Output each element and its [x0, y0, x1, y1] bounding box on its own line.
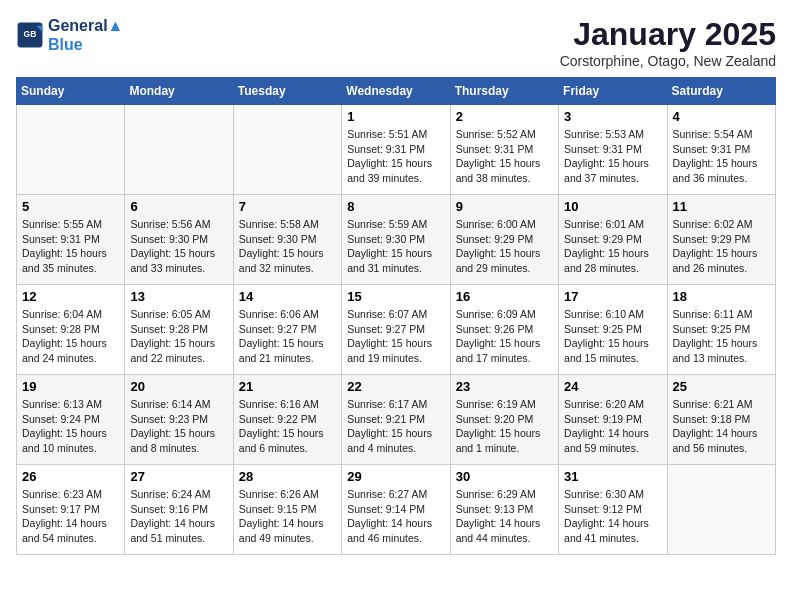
day-info: Sunrise: 6:04 AM Sunset: 9:28 PM Dayligh… [22, 307, 119, 366]
day-number: 17 [564, 289, 661, 304]
logo-icon: GB [16, 21, 44, 49]
day-info: Sunrise: 5:54 AM Sunset: 9:31 PM Dayligh… [673, 127, 770, 186]
day-number: 13 [130, 289, 227, 304]
day-info: Sunrise: 6:02 AM Sunset: 9:29 PM Dayligh… [673, 217, 770, 276]
day-cell-17: 17Sunrise: 6:10 AM Sunset: 9:25 PM Dayli… [559, 285, 667, 375]
day-info: Sunrise: 6:06 AM Sunset: 9:27 PM Dayligh… [239, 307, 336, 366]
day-number: 26 [22, 469, 119, 484]
day-info: Sunrise: 6:17 AM Sunset: 9:21 PM Dayligh… [347, 397, 444, 456]
day-cell-22: 22Sunrise: 6:17 AM Sunset: 9:21 PM Dayli… [342, 375, 450, 465]
day-info: Sunrise: 6:23 AM Sunset: 9:17 PM Dayligh… [22, 487, 119, 546]
day-number: 12 [22, 289, 119, 304]
day-info: Sunrise: 6:00 AM Sunset: 9:29 PM Dayligh… [456, 217, 553, 276]
day-number: 3 [564, 109, 661, 124]
day-info: Sunrise: 6:24 AM Sunset: 9:16 PM Dayligh… [130, 487, 227, 546]
day-info: Sunrise: 5:52 AM Sunset: 9:31 PM Dayligh… [456, 127, 553, 186]
day-cell-6: 6Sunrise: 5:56 AM Sunset: 9:30 PM Daylig… [125, 195, 233, 285]
day-cell-4: 4Sunrise: 5:54 AM Sunset: 9:31 PM Daylig… [667, 105, 775, 195]
day-number: 25 [673, 379, 770, 394]
day-info: Sunrise: 6:13 AM Sunset: 9:24 PM Dayligh… [22, 397, 119, 456]
svg-text:GB: GB [24, 29, 37, 39]
day-cell-10: 10Sunrise: 6:01 AM Sunset: 9:29 PM Dayli… [559, 195, 667, 285]
day-number: 23 [456, 379, 553, 394]
day-cell-31: 31Sunrise: 6:30 AM Sunset: 9:12 PM Dayli… [559, 465, 667, 555]
empty-cell [125, 105, 233, 195]
empty-cell [233, 105, 341, 195]
empty-cell [667, 465, 775, 555]
day-info: Sunrise: 5:56 AM Sunset: 9:30 PM Dayligh… [130, 217, 227, 276]
day-info: Sunrise: 6:16 AM Sunset: 9:22 PM Dayligh… [239, 397, 336, 456]
day-number: 11 [673, 199, 770, 214]
day-info: Sunrise: 5:53 AM Sunset: 9:31 PM Dayligh… [564, 127, 661, 186]
day-cell-11: 11Sunrise: 6:02 AM Sunset: 9:29 PM Dayli… [667, 195, 775, 285]
day-cell-25: 25Sunrise: 6:21 AM Sunset: 9:18 PM Dayli… [667, 375, 775, 465]
day-number: 19 [22, 379, 119, 394]
day-cell-28: 28Sunrise: 6:26 AM Sunset: 9:15 PM Dayli… [233, 465, 341, 555]
day-cell-30: 30Sunrise: 6:29 AM Sunset: 9:13 PM Dayli… [450, 465, 558, 555]
day-number: 6 [130, 199, 227, 214]
weekday-header-row: SundayMondayTuesdayWednesdayThursdayFrid… [17, 78, 776, 105]
day-number: 29 [347, 469, 444, 484]
logo: GB General▲ Blue [16, 16, 123, 54]
day-info: Sunrise: 6:05 AM Sunset: 9:28 PM Dayligh… [130, 307, 227, 366]
page-header: GB General▲ Blue January 2025 Corstorphi… [16, 16, 776, 69]
day-number: 1 [347, 109, 444, 124]
weekday-header-saturday: Saturday [667, 78, 775, 105]
week-row-5: 26Sunrise: 6:23 AM Sunset: 9:17 PM Dayli… [17, 465, 776, 555]
weekday-header-tuesday: Tuesday [233, 78, 341, 105]
day-info: Sunrise: 6:29 AM Sunset: 9:13 PM Dayligh… [456, 487, 553, 546]
logo-text: General▲ Blue [48, 16, 123, 54]
day-info: Sunrise: 6:14 AM Sunset: 9:23 PM Dayligh… [130, 397, 227, 456]
day-number: 10 [564, 199, 661, 214]
day-cell-3: 3Sunrise: 5:53 AM Sunset: 9:31 PM Daylig… [559, 105, 667, 195]
day-cell-9: 9Sunrise: 6:00 AM Sunset: 9:29 PM Daylig… [450, 195, 558, 285]
weekday-header-sunday: Sunday [17, 78, 125, 105]
day-cell-24: 24Sunrise: 6:20 AM Sunset: 9:19 PM Dayli… [559, 375, 667, 465]
day-number: 9 [456, 199, 553, 214]
weekday-header-monday: Monday [125, 78, 233, 105]
day-cell-16: 16Sunrise: 6:09 AM Sunset: 9:26 PM Dayli… [450, 285, 558, 375]
day-cell-29: 29Sunrise: 6:27 AM Sunset: 9:14 PM Dayli… [342, 465, 450, 555]
day-number: 28 [239, 469, 336, 484]
day-number: 5 [22, 199, 119, 214]
calendar-title: January 2025 [560, 16, 776, 53]
day-number: 16 [456, 289, 553, 304]
day-info: Sunrise: 6:10 AM Sunset: 9:25 PM Dayligh… [564, 307, 661, 366]
day-info: Sunrise: 6:19 AM Sunset: 9:20 PM Dayligh… [456, 397, 553, 456]
empty-cell [17, 105, 125, 195]
day-cell-5: 5Sunrise: 5:55 AM Sunset: 9:31 PM Daylig… [17, 195, 125, 285]
day-cell-1: 1Sunrise: 5:51 AM Sunset: 9:31 PM Daylig… [342, 105, 450, 195]
day-cell-12: 12Sunrise: 6:04 AM Sunset: 9:28 PM Dayli… [17, 285, 125, 375]
day-number: 31 [564, 469, 661, 484]
day-info: Sunrise: 6:21 AM Sunset: 9:18 PM Dayligh… [673, 397, 770, 456]
day-cell-7: 7Sunrise: 5:58 AM Sunset: 9:30 PM Daylig… [233, 195, 341, 285]
day-info: Sunrise: 6:01 AM Sunset: 9:29 PM Dayligh… [564, 217, 661, 276]
day-number: 30 [456, 469, 553, 484]
day-cell-2: 2Sunrise: 5:52 AM Sunset: 9:31 PM Daylig… [450, 105, 558, 195]
day-info: Sunrise: 5:55 AM Sunset: 9:31 PM Dayligh… [22, 217, 119, 276]
week-row-2: 5Sunrise: 5:55 AM Sunset: 9:31 PM Daylig… [17, 195, 776, 285]
day-cell-26: 26Sunrise: 6:23 AM Sunset: 9:17 PM Dayli… [17, 465, 125, 555]
day-cell-20: 20Sunrise: 6:14 AM Sunset: 9:23 PM Dayli… [125, 375, 233, 465]
day-number: 27 [130, 469, 227, 484]
calendar-subtitle: Corstorphine, Otago, New Zealand [560, 53, 776, 69]
day-number: 7 [239, 199, 336, 214]
day-number: 4 [673, 109, 770, 124]
day-cell-21: 21Sunrise: 6:16 AM Sunset: 9:22 PM Dayli… [233, 375, 341, 465]
weekday-header-friday: Friday [559, 78, 667, 105]
weekday-header-thursday: Thursday [450, 78, 558, 105]
day-cell-19: 19Sunrise: 6:13 AM Sunset: 9:24 PM Dayli… [17, 375, 125, 465]
day-info: Sunrise: 5:58 AM Sunset: 9:30 PM Dayligh… [239, 217, 336, 276]
day-number: 20 [130, 379, 227, 394]
day-number: 14 [239, 289, 336, 304]
day-number: 2 [456, 109, 553, 124]
week-row-4: 19Sunrise: 6:13 AM Sunset: 9:24 PM Dayli… [17, 375, 776, 465]
week-row-3: 12Sunrise: 6:04 AM Sunset: 9:28 PM Dayli… [17, 285, 776, 375]
day-cell-23: 23Sunrise: 6:19 AM Sunset: 9:20 PM Dayli… [450, 375, 558, 465]
day-info: Sunrise: 6:27 AM Sunset: 9:14 PM Dayligh… [347, 487, 444, 546]
day-info: Sunrise: 6:11 AM Sunset: 9:25 PM Dayligh… [673, 307, 770, 366]
day-info: Sunrise: 6:07 AM Sunset: 9:27 PM Dayligh… [347, 307, 444, 366]
day-number: 8 [347, 199, 444, 214]
title-block: January 2025 Corstorphine, Otago, New Ze… [560, 16, 776, 69]
day-info: Sunrise: 6:20 AM Sunset: 9:19 PM Dayligh… [564, 397, 661, 456]
